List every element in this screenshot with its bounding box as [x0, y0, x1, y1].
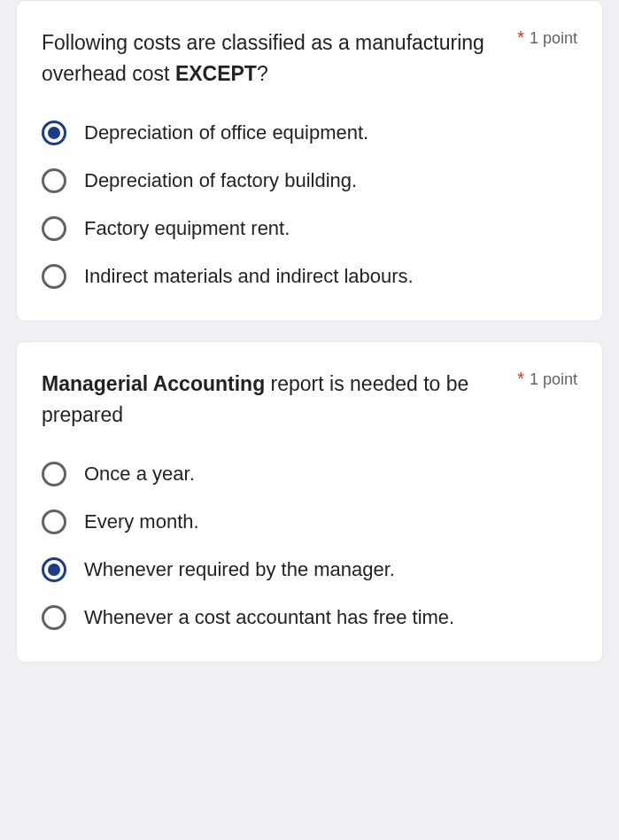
question-text-post: ?: [257, 62, 268, 85]
option-row[interactable]: Factory equipment rent.: [42, 216, 577, 241]
option-row[interactable]: Once a year.: [42, 462, 577, 486]
radio-unselected-icon: [42, 264, 66, 289]
radio-selected-icon: [42, 121, 66, 145]
option-label: Factory equipment rent.: [84, 217, 290, 240]
radio-unselected-icon: [42, 509, 66, 534]
radio-unselected-icon: [42, 216, 66, 241]
option-row[interactable]: Whenever a cost accountant has free time…: [42, 605, 577, 630]
option-row[interactable]: Depreciation of office equipment.: [42, 121, 577, 145]
question-text-bold-lead: Managerial Accounting: [42, 372, 265, 395]
option-row[interactable]: Every month.: [42, 509, 577, 534]
options-group: Depreciation of office equipment. Deprec…: [42, 121, 577, 289]
option-row[interactable]: Indirect materials and indirect labours.: [42, 264, 577, 289]
required-mark: *: [517, 369, 524, 389]
options-group: Once a year. Every month. Whenever requi…: [42, 462, 577, 630]
required-mark: *: [517, 27, 524, 48]
option-label: Indirect materials and indirect labours.: [84, 265, 414, 288]
question-card: Following costs are classified as a manu…: [16, 0, 603, 322]
question-meta: * 1 point: [517, 27, 577, 48]
points-label: 1 point: [530, 29, 577, 48]
option-label: Whenever required by the manager.: [84, 558, 395, 581]
option-label: Depreciation of office equipment.: [84, 121, 368, 144]
question-meta: * 1 point: [517, 369, 577, 389]
option-row[interactable]: Whenever required by the manager.: [42, 557, 577, 582]
question-header: Following costs are classified as a manu…: [42, 27, 577, 89]
radio-unselected-icon: [42, 168, 66, 193]
radio-unselected-icon: [42, 462, 66, 486]
option-row[interactable]: Depreciation of factory building.: [42, 168, 577, 193]
question-header: Managerial Accounting report is needed t…: [42, 369, 577, 430]
question-text-bold: EXCEPT: [175, 62, 257, 85]
question-card: Managerial Accounting report is needed t…: [16, 341, 603, 663]
option-label: Depreciation of factory building.: [84, 169, 357, 192]
radio-unselected-icon: [42, 605, 66, 630]
radio-selected-icon: [42, 557, 66, 582]
option-label: Whenever a cost accountant has free time…: [84, 606, 454, 629]
option-label: Once a year.: [84, 463, 195, 486]
points-label: 1 point: [530, 370, 577, 389]
question-text: Following costs are classified as a manu…: [42, 27, 517, 89]
option-label: Every month.: [84, 510, 199, 533]
question-text: Managerial Accounting report is needed t…: [42, 369, 517, 430]
